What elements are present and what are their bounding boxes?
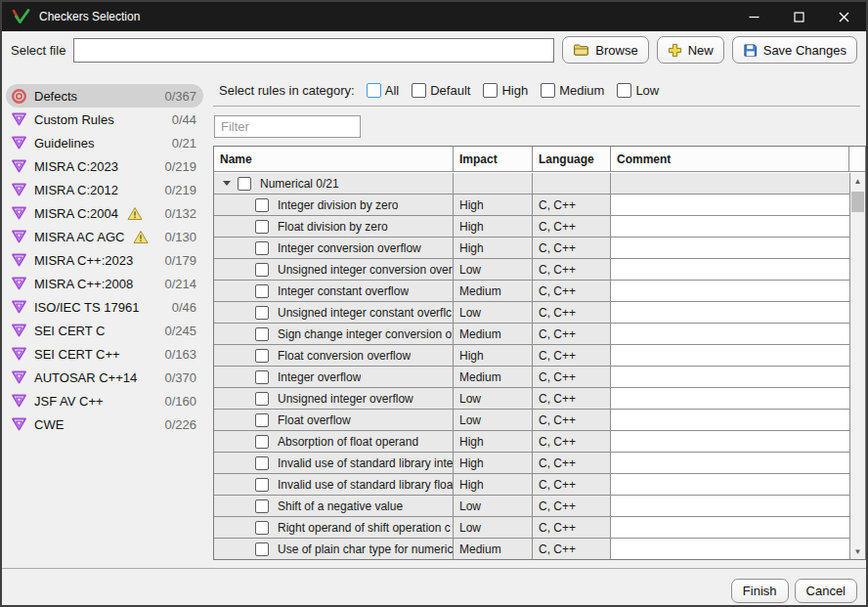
- sidebar-item-misra-c-2023[interactable]: MISRA C:20230/219: [6, 154, 203, 178]
- rule-checkbox[interactable]: [255, 220, 269, 234]
- rule-checkbox[interactable]: [255, 349, 269, 363]
- sidebar-item-jsf-av-c-[interactable]: JSF AV C++0/160: [6, 389, 203, 412]
- minimize-button[interactable]: [731, 2, 776, 31]
- comment-cell[interactable]: [611, 281, 849, 301]
- comment-cell[interactable]: [611, 388, 849, 409]
- sidebar-item-sei-cert-c[interactable]: SEI CERT C0/245: [6, 319, 203, 342]
- comment-cell[interactable]: [611, 216, 849, 237]
- name-cell: Float division by zero: [214, 216, 454, 237]
- triangle-icon: [11, 276, 27, 291]
- sidebar-item-autosar-c-14[interactable]: AUTOSAR C++140/370: [6, 366, 203, 389]
- sidebar-item-label: ISO/IEC TS 17961: [34, 300, 139, 315]
- comment-cell[interactable]: [611, 345, 849, 366]
- low-checkbox[interactable]: [617, 83, 631, 98]
- name-cell: Integer constant overflow: [214, 281, 454, 301]
- save-changes-button[interactable]: Save Changes: [732, 36, 857, 64]
- sidebar-item-misra-c-2004[interactable]: MISRA C:20040/132: [6, 201, 203, 225]
- sidebar-item-misra-ac-agc[interactable]: MISRA AC AGC0/130: [6, 225, 203, 248]
- column-header-language[interactable]: Language: [533, 147, 611, 171]
- sidebar-item-iso-iec-ts-17961[interactable]: ISO/IEC TS 179610/46: [6, 295, 203, 319]
- comment-cell[interactable]: [611, 431, 849, 452]
- rule-checkbox[interactable]: [255, 241, 269, 255]
- file-path-input[interactable]: [73, 38, 554, 63]
- default-checkbox[interactable]: [412, 83, 426, 98]
- scroll-down-icon[interactable]: ▼: [850, 543, 865, 559]
- maximize-button[interactable]: [776, 2, 821, 31]
- rule-checkbox[interactable]: [255, 306, 269, 320]
- rule-name: Absorption of float operand: [278, 435, 418, 449]
- cancel-button[interactable]: Cancel: [795, 579, 857, 603]
- name-cell: Sign change integer conversion o: [214, 324, 454, 344]
- comment-cell[interactable]: [611, 238, 849, 258]
- close-button[interactable]: [821, 2, 866, 31]
- sidebar-item-misra-c-2008[interactable]: MISRA C++:20080/214: [6, 272, 203, 295]
- rule-checkbox[interactable]: [255, 542, 269, 556]
- comment-cell[interactable]: [611, 453, 849, 473]
- language-cell: C, C++: [533, 195, 611, 215]
- all-checkbox[interactable]: [367, 83, 381, 98]
- rule-checkbox[interactable]: [255, 413, 269, 427]
- medium-checkbox[interactable]: [541, 83, 555, 98]
- comment-cell[interactable]: [611, 474, 849, 495]
- table-scrollbar[interactable]: ▲ ▼: [849, 173, 865, 559]
- rule-checkbox[interactable]: [255, 435, 269, 449]
- sidebar-item-count: 0/163: [164, 347, 196, 362]
- warning-icon: [133, 230, 149, 244]
- column-header-impact[interactable]: Impact: [454, 147, 533, 171]
- rule-checkbox[interactable]: [255, 392, 269, 406]
- warning-icon: [127, 206, 143, 221]
- comment-cell[interactable]: [611, 539, 849, 559]
- sidebar-item-misra-c-2012[interactable]: MISRA C:20120/219: [6, 178, 203, 201]
- category-option-high: High: [483, 83, 528, 98]
- window-controls: [731, 2, 866, 31]
- scrollbar-thumb[interactable]: [851, 192, 864, 212]
- rule-checkbox[interactable]: [255, 370, 269, 384]
- new-button[interactable]: New: [657, 36, 724, 64]
- comment-cell[interactable]: [611, 259, 849, 280]
- rule-name: Unsigned integer conversion over: [278, 263, 453, 277]
- triangle-icon: [11, 299, 27, 315]
- category-option-label: Low: [635, 83, 659, 98]
- comment-cell[interactable]: [611, 410, 849, 430]
- sidebar-item-sei-cert-c-[interactable]: SEI CERT C++0/163: [6, 342, 203, 366]
- high-checkbox[interactable]: [483, 83, 498, 98]
- filter-input[interactable]: [214, 115, 361, 138]
- sidebar-item-misra-c-2023[interactable]: MISRA C++:20230/179: [6, 248, 203, 272]
- finish-button[interactable]: Finish: [731, 579, 789, 603]
- comment-cell[interactable]: [611, 195, 849, 215]
- table-row: Float overflowLowC, C++: [214, 410, 849, 431]
- name-cell: Unsigned integer overflow: [214, 388, 454, 409]
- comment-cell[interactable]: [611, 496, 849, 516]
- name-cell: Integer conversion overflow: [214, 238, 454, 258]
- rule-checkbox[interactable]: [255, 456, 269, 470]
- comment-cell[interactable]: [611, 302, 849, 323]
- rule-checkbox[interactable]: [255, 198, 269, 212]
- name-cell: Unsigned integer constant overflc: [214, 302, 454, 323]
- comment-cell[interactable]: [611, 367, 849, 387]
- column-header-name[interactable]: Name: [214, 147, 454, 171]
- sidebar-item-custom-rules[interactable]: Custom Rules0/44: [6, 108, 203, 131]
- rule-name: Shift of a negative value: [278, 499, 403, 513]
- category-option-label: High: [501, 83, 528, 98]
- sidebar-item-cwe[interactable]: CWE0/226: [6, 412, 203, 436]
- rule-checkbox[interactable]: [255, 263, 269, 277]
- comment-cell[interactable]: [611, 324, 849, 344]
- group-checkbox[interactable]: [238, 177, 251, 191]
- rule-checkbox[interactable]: [255, 478, 269, 492]
- expander-icon[interactable]: [223, 181, 231, 186]
- browse-button[interactable]: Browse: [562, 36, 648, 64]
- rule-checkbox[interactable]: [255, 284, 269, 298]
- rule-checkbox[interactable]: [255, 521, 269, 535]
- scroll-up-icon[interactable]: ▲: [850, 173, 865, 189]
- rule-checkbox[interactable]: [255, 327, 269, 341]
- impact-cell: High: [454, 238, 533, 258]
- language-cell: C, C++: [533, 388, 611, 409]
- comment-cell[interactable]: [611, 173, 849, 194]
- sidebar-item-guidelines[interactable]: Guidelines0/21: [6, 131, 203, 154]
- sidebar-item-defects[interactable]: Defects0/367: [6, 84, 203, 108]
- impact-cell: High: [454, 431, 533, 452]
- column-header-comment[interactable]: Comment: [611, 147, 849, 171]
- comment-cell[interactable]: [611, 517, 849, 538]
- rule-checkbox[interactable]: [255, 499, 269, 513]
- triangle-icon: [11, 158, 27, 174]
